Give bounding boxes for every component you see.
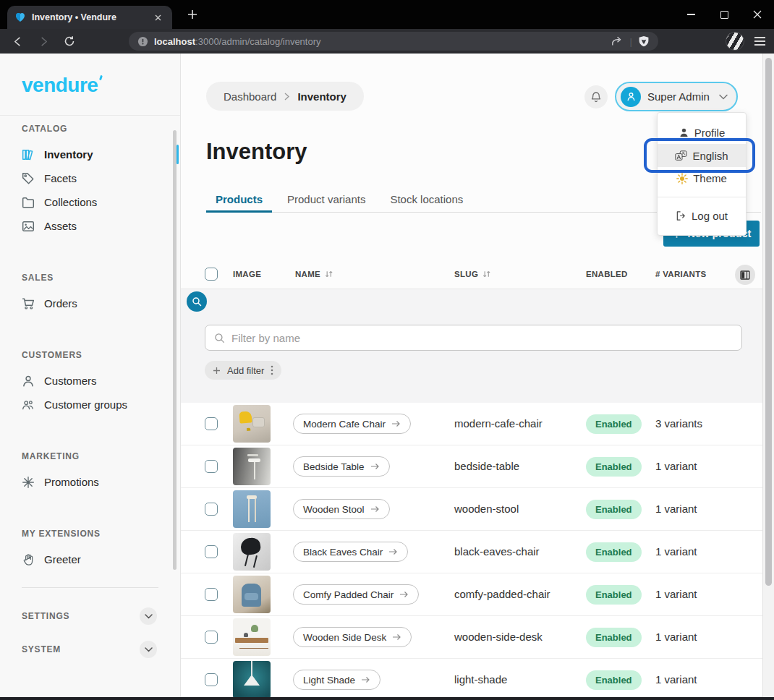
sidebar-item-assets[interactable]: Assets xyxy=(22,214,180,238)
arrow-right-icon xyxy=(392,633,401,641)
variant-count: 1 variant xyxy=(655,631,697,643)
table-row[interactable]: Bedside Table bedside-table Enabled 1 va… xyxy=(181,445,762,488)
window-bottom-edge xyxy=(0,697,774,700)
bell-icon xyxy=(590,91,602,103)
filter-by-name-input[interactable] xyxy=(231,332,733,344)
menu-item-theme[interactable]: Theme xyxy=(658,167,746,189)
search-button[interactable] xyxy=(187,291,207,312)
browser-profile-avatar[interactable] xyxy=(726,32,744,51)
user-icon xyxy=(22,375,35,388)
browser-window: Inventory • Vendure localhost:3000/admin… xyxy=(0,0,774,700)
product-slug: comfy-padded-chair xyxy=(454,588,550,600)
image-icon xyxy=(22,220,35,233)
product-name-button[interactable]: Wooden Stool xyxy=(293,499,390,519)
table-row[interactable]: Modern Cafe Chair modern-cafe-chair Enab… xyxy=(181,403,762,445)
product-name-button[interactable]: Wooden Side Desk xyxy=(293,627,412,647)
column-slug[interactable]: SLUG xyxy=(454,270,491,278)
column-name[interactable]: NAME xyxy=(295,270,333,278)
page-scrollbar-thumb[interactable] xyxy=(765,58,772,586)
row-checkbox[interactable] xyxy=(205,460,218,473)
add-filter-button[interactable]: Add filter xyxy=(205,361,281,380)
product-image xyxy=(233,618,271,656)
kebab-icon[interactable] xyxy=(271,365,273,375)
chevron-down-icon[interactable] xyxy=(140,641,157,658)
row-checkbox[interactable] xyxy=(205,631,218,644)
product-name-button[interactable]: Light Shade xyxy=(293,670,380,690)
table-row[interactable]: Black Eaves Chair black-eaves-chair Enab… xyxy=(181,531,762,573)
row-checkbox[interactable] xyxy=(205,588,218,601)
browser-tab[interactable]: Inventory • Vendure xyxy=(7,6,172,29)
product-slug: wooden-side-desk xyxy=(454,631,543,643)
maximize-button[interactable] xyxy=(707,0,741,29)
sidebar-item-label: Assets xyxy=(44,220,77,232)
minimize-button[interactable] xyxy=(674,0,707,29)
product-image xyxy=(233,533,271,571)
variant-count: 1 variant xyxy=(655,503,697,515)
share-icon[interactable] xyxy=(611,35,624,47)
table-row[interactable]: Light Shade light-shade Enabled 1 varian… xyxy=(181,659,762,697)
status-badge: Enabled xyxy=(586,585,642,605)
section-title-catalog: CATALOG xyxy=(22,124,180,134)
product-name-button[interactable]: Comfy Padded Chair xyxy=(293,584,419,605)
product-name-button[interactable]: Bedside Table xyxy=(293,456,390,477)
sidebar-item-customers[interactable]: Customers xyxy=(22,369,180,393)
product-name: Modern Cafe Chair xyxy=(303,419,386,430)
sidebar-item-facets[interactable]: Facets xyxy=(22,166,180,190)
sidebar-item-orders[interactable]: Orders xyxy=(22,291,180,315)
row-checkbox[interactable] xyxy=(205,417,218,430)
chevron-right-icon xyxy=(284,93,290,101)
table-row[interactable]: Wooden Side Desk wooden-side-desk Enable… xyxy=(181,616,762,659)
sidebar-item-label: Greeter xyxy=(44,553,81,565)
brave-shield-icon[interactable] xyxy=(638,35,650,48)
user-menu-button[interactable]: Super Admin xyxy=(615,82,738,111)
row-checkbox[interactable] xyxy=(205,673,218,686)
sidebar-scrollbar[interactable] xyxy=(173,130,177,570)
table-row[interactable]: Wooden Stool wooden-stool Enabled 1 vari… xyxy=(181,488,762,531)
vendure-favicon-heart-icon xyxy=(14,12,26,23)
sidebar-item-collections[interactable]: Collections xyxy=(22,190,180,214)
tab-product-variants[interactable]: Product variants xyxy=(278,188,375,213)
menu-item-logout[interactable]: Log out xyxy=(658,203,746,228)
breadcrumb[interactable]: Dashboard Inventory xyxy=(206,82,364,111)
product-name-button[interactable]: Modern Cafe Chair xyxy=(293,414,411,434)
browser-menu-icon[interactable] xyxy=(754,37,765,46)
tab-products[interactable]: Products xyxy=(206,188,272,213)
select-all-checkbox[interactable] xyxy=(205,268,218,281)
inventory-icon xyxy=(22,148,35,161)
sidebar-item-customer-groups[interactable]: Customer groups xyxy=(22,393,180,417)
column-settings-button[interactable] xyxy=(735,265,755,285)
tab-stock-locations[interactable]: Stock locations xyxy=(380,188,472,213)
row-checkbox[interactable] xyxy=(205,503,218,516)
product-name: Light Shade xyxy=(303,675,355,686)
url-bar[interactable]: localhost:3000/admin/catalog/inventory | xyxy=(129,32,658,51)
row-checkbox[interactable] xyxy=(205,545,218,558)
menu-item-profile[interactable]: Profile xyxy=(658,121,746,144)
table-row[interactable]: Comfy Padded Chair comfy-padded-chair En… xyxy=(181,573,762,616)
notifications-button[interactable] xyxy=(584,85,608,108)
breadcrumb-dashboard[interactable]: Dashboard xyxy=(224,90,276,103)
sidebar-item-inventory[interactable]: Inventory xyxy=(22,142,180,166)
product-name: Comfy Padded Chair xyxy=(303,589,394,600)
tab-close-icon[interactable] xyxy=(150,10,165,25)
product-name: Black Eaves Chair xyxy=(303,547,383,558)
product-name-button[interactable]: Black Eaves Chair xyxy=(293,542,408,562)
forward-icon[interactable] xyxy=(35,33,52,50)
close-button[interactable] xyxy=(741,0,774,29)
sidebar-item-promotions[interactable]: Promotions xyxy=(22,470,180,494)
back-icon[interactable] xyxy=(9,33,26,50)
vendure-logo[interactable]: vendure xyxy=(22,74,98,97)
sidebar-item-greeter[interactable]: Greeter xyxy=(22,547,180,571)
logout-icon xyxy=(676,210,686,221)
sidebar: vendure CATALOG Inventory Facets Collect… xyxy=(0,54,181,697)
chevron-down-icon[interactable] xyxy=(140,607,157,625)
product-image xyxy=(233,490,271,528)
site-info-icon[interactable] xyxy=(137,36,148,47)
sidebar-item-label: Customers xyxy=(44,375,97,387)
new-tab-button[interactable] xyxy=(185,7,200,22)
menu-item-language[interactable]: English xyxy=(658,144,746,167)
sidebar-section-system[interactable]: SYSTEM xyxy=(22,639,180,660)
divider xyxy=(658,197,746,197)
reload-icon[interactable] xyxy=(61,33,78,50)
browser-titlebar: Inventory • Vendure xyxy=(0,0,774,29)
sidebar-section-settings[interactable]: SETTINGS xyxy=(22,605,180,627)
